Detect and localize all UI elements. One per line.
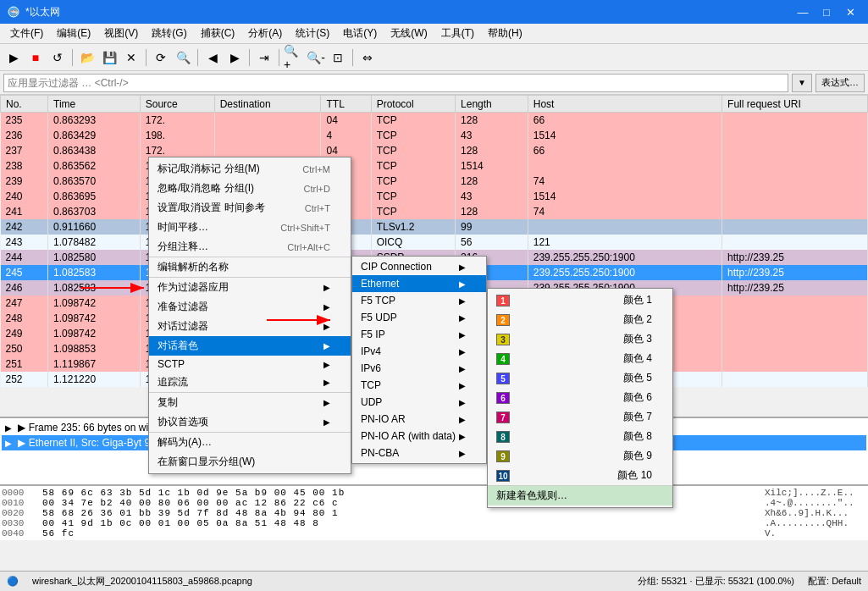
cm-udp-arrow: ▶ — [459, 398, 466, 407]
cm-apply-filter-label: 作为过滤器应用 — [158, 280, 229, 295]
cm-color-2[interactable]: 2 颜色 2 — [488, 310, 672, 329]
cm-copy-label: 复制 — [158, 395, 178, 410]
cm-new-rule-label: 新建着色规则… — [496, 489, 567, 503]
cm-color-4-label: 颜色 4 — [623, 351, 652, 366]
cm-cip-arrow: ▶ — [459, 262, 466, 272]
cm-conversation-filter-label: 对话过滤器 — [158, 319, 208, 334]
cm-pnioar-data-label: PN-IO AR (with data) — [361, 430, 456, 442]
cm-color-10-label: 颜色 10 — [617, 468, 652, 483]
cm-conversation-filter[interactable]: 对话过滤器 ▶ — [149, 317, 351, 336]
color-swatch-2: 2 — [496, 314, 510, 326]
cm-pnioar-data[interactable]: PN-IO AR (with data) ▶ — [352, 428, 486, 445]
cm-color-5-label: 颜色 5 — [623, 371, 652, 385]
cm-apply-filter[interactable]: 作为过滤器应用 ▶ — [149, 277, 351, 297]
cm-ipv4-label: IPv4 — [361, 345, 381, 357]
cm-pncba[interactable]: PN-CBA ▶ — [352, 445, 486, 461]
cm-pnioar-arrow: ▶ — [459, 415, 466, 424]
cm-decode-as-label: 解码为(A)… — [158, 435, 212, 450]
cm-ignore[interactable]: 忽略/取消忽略 分组(I) Ctrl+D — [149, 179, 351, 198]
cm-ignore-label: 忽略/取消忽略 分组(I) — [158, 181, 254, 196]
color-swatch-3: 3 — [496, 334, 510, 345]
cm-cip-label: CIP Connection — [361, 261, 432, 273]
cm-copy[interactable]: 复制 ▶ — [149, 392, 351, 412]
cm-settime-shortcut: Ctrl+T — [305, 203, 330, 213]
cm-cip[interactable]: CIP Connection ▶ — [352, 258, 486, 275]
cm-protocol-prefs-label: 协议首选项 — [158, 415, 208, 429]
cm-copy-arrow: ▶ — [323, 398, 330, 407]
cm-color-3-label: 颜色 3 — [623, 332, 652, 346]
cm-new-window-label: 在新窗口显示分组(W) — [158, 455, 255, 469]
color-swatch-4: 4 — [496, 353, 510, 365]
cm-color-6[interactable]: 6 颜色 6 — [488, 388, 672, 407]
cm-ipv6-label: IPv6 — [361, 362, 381, 374]
cm-timeshift[interactable]: 时间平移… Ctrl+Shift+T — [149, 218, 351, 237]
cm-proto-arrow: ▶ — [323, 417, 330, 427]
cm-comment[interactable]: 分组注释… Ctrl+Alt+C — [149, 237, 351, 257]
cm-timeshift-shortcut: Ctrl+Shift+T — [280, 223, 330, 233]
cm-f5tcp[interactable]: F5 TCP ▶ — [352, 292, 486, 309]
cm-ipv4[interactable]: IPv4 ▶ — [352, 343, 486, 360]
cm-color-5[interactable]: 5 颜色 5 — [488, 368, 672, 388]
cm-f5udp-label: F5 UDP — [361, 312, 397, 323]
cm-settime-label: 设置/取消设置 时间参考 — [158, 201, 265, 215]
color-swatch-5: 5 — [496, 373, 510, 384]
cm-conversation-color[interactable]: 对话着色 ▶ — [149, 336, 351, 356]
cm-prepare-filter[interactable]: 准备过滤器 ▶ — [149, 297, 351, 317]
cm-followstream[interactable]: 追踪流 ▶ — [149, 373, 351, 392]
cm-decode-as[interactable]: 解码为(A)… — [149, 432, 351, 452]
cm-color-6-label: 颜色 6 — [623, 390, 652, 405]
arrow-annotation-1 — [76, 271, 152, 305]
cm-color-9[interactable]: 9 颜色 9 — [488, 446, 672, 466]
cm-udp-label: UDP — [361, 396, 382, 408]
cm-conv-color-arrow: ▶ — [323, 341, 330, 351]
cm-f5udp-arrow: ▶ — [459, 313, 466, 323]
cm-mark-label: 标记/取消标记 分组(M) — [158, 162, 260, 176]
cm-protocol-prefs[interactable]: 协议首选项 ▶ — [149, 412, 351, 432]
cm-new-rule[interactable]: 新建着色规则… — [488, 485, 672, 505]
submenu-l2: CIP Connection ▶ Ethernet ▶ F5 TCP ▶ F5 … — [351, 256, 487, 464]
cm-color-1[interactable]: 1 颜色 1 — [488, 290, 672, 310]
cm-f5ip[interactable]: F5 IP ▶ — [352, 326, 486, 343]
cm-tcp-arrow: ▶ — [459, 381, 466, 390]
cm-color-1-label: 颜色 1 — [623, 293, 652, 307]
cm-tcp-label: TCP — [361, 379, 381, 391]
cm-color-8[interactable]: 8 颜色 8 — [488, 427, 672, 446]
cm-color-3[interactable]: 3 颜色 3 — [488, 329, 672, 349]
cm-f5udp[interactable]: F5 UDP ▶ — [352, 309, 486, 326]
cm-ipv6-arrow: ▶ — [459, 364, 466, 373]
color-swatch-8: 8 — [496, 431, 510, 443]
cm-prepare-filter-arrow: ▶ — [323, 302, 330, 312]
cm-udp[interactable]: UDP ▶ — [352, 394, 486, 411]
color-swatch-9: 9 — [496, 450, 510, 462]
cm-f5tcp-label: F5 TCP — [361, 295, 395, 307]
cm-mark[interactable]: 标记/取消标记 分组(M) Ctrl+M — [149, 159, 351, 179]
cm-color-10[interactable]: 10 颜色 10 — [488, 466, 672, 485]
cm-mark-shortcut: Ctrl+M — [302, 164, 330, 174]
cm-color-2-label: 颜色 2 — [623, 312, 652, 327]
cm-conv-filter-arrow: ▶ — [323, 322, 330, 331]
cm-color-4[interactable]: 4 颜色 4 — [488, 349, 672, 368]
color-swatch-1: 1 — [496, 295, 510, 307]
color-swatch-10: 10 — [496, 470, 510, 482]
cm-show-in-new-window[interactable]: 在新窗口显示分组(W) — [149, 452, 351, 472]
cm-sctp[interactable]: SCTP ▶ — [149, 356, 351, 373]
cm-timeshift-label: 时间平移… — [158, 220, 208, 235]
cm-editname[interactable]: 编辑解析的名称 — [149, 257, 351, 277]
cm-apply-filter-arrow: ▶ — [323, 283, 330, 292]
cm-conversation-color-label: 对话着色 — [158, 339, 198, 353]
cm-followstream-label: 追踪流 — [158, 375, 188, 389]
cm-editname-label: 编辑解析的名称 — [158, 260, 229, 274]
cm-comment-label: 分组注释… — [158, 240, 208, 254]
cm-pnioar[interactable]: PN-IO AR ▶ — [352, 411, 486, 428]
cm-tcp[interactable]: TCP ▶ — [352, 377, 486, 394]
cm-color-7[interactable]: 7 颜色 7 — [488, 407, 672, 427]
cm-pncba-arrow: ▶ — [459, 449, 466, 458]
cm-settime[interactable]: 设置/取消设置 时间参考 Ctrl+T — [149, 198, 351, 218]
cm-ipv6[interactable]: IPv6 ▶ — [352, 360, 486, 377]
cm-ethernet[interactable]: Ethernet ▶ — [352, 275, 486, 292]
cm-ignore-shortcut: Ctrl+D — [304, 184, 330, 194]
cm-comment-shortcut: Ctrl+Alt+C — [287, 242, 330, 252]
cm-f5ip-arrow: ▶ — [459, 330, 466, 340]
cm-sctp-label: SCTP — [158, 358, 185, 370]
context-menu-overlay: 标记/取消标记 分组(M) Ctrl+M 忽略/取消忽略 分组(I) Ctrl+… — [0, 0, 868, 591]
